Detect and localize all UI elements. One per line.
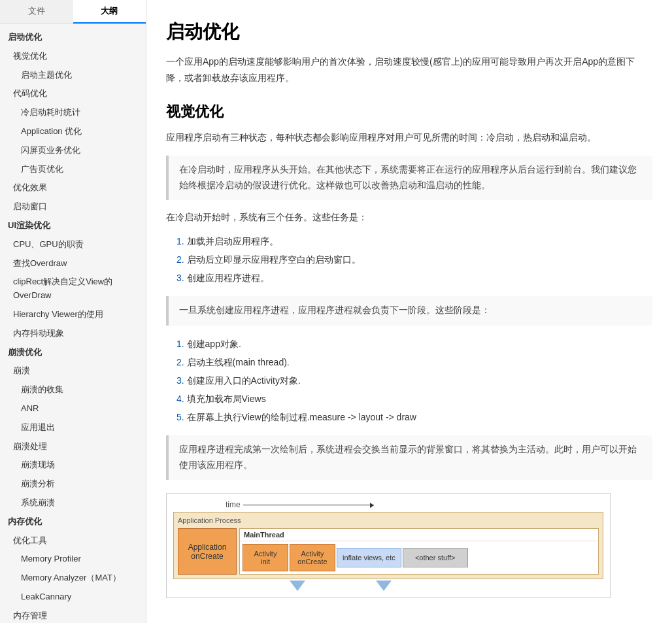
- sidebar-nav-item[interactable]: 视觉优化: [0, 47, 146, 66]
- main-content: 启动优化 一个应用App的启动速度能够影响用户的首次体验，启动速度较慢(感官上)…: [146, 0, 672, 623]
- sidebar-nav-item[interactable]: 崩溃现场: [0, 456, 146, 475]
- sidebar-nav-item[interactable]: 系统崩溃: [0, 494, 146, 513]
- sidebar-nav-item[interactable]: 崩溃处理: [0, 437, 146, 456]
- app-box: Application onCreate: [178, 528, 237, 575]
- sidebar-nav-item[interactable]: 崩溃分析: [0, 475, 146, 494]
- thread-blocks: Activity initActivity onCreateinflate vi…: [240, 541, 598, 574]
- section1-title: 视觉优化: [166, 102, 652, 122]
- tasks-list: 1. 加载并启动应用程序。2. 启动后立即显示应用程序空白的启动窗口。3. 创建…: [176, 232, 652, 287]
- sidebar-nav-item[interactable]: Memory Analyzer（MAT）: [0, 569, 146, 588]
- list-item: 5. 在屏幕上执行View的绘制过程.measure -> layout -> …: [176, 408, 652, 426]
- sidebar-nav-item[interactable]: 代码优化: [0, 84, 146, 103]
- process-box: Application Process Application onCreate…: [173, 512, 603, 579]
- app-box-line2: onCreate: [191, 552, 223, 561]
- tasks-intro: 在冷启动开始时，系统有三个任务。这些任务是：: [166, 209, 652, 226]
- startup-diagram: time Application Process Application onC…: [166, 493, 611, 598]
- sidebar: 文件 大纲 启动优化视觉优化启动主题优化代码优化冷启动耗时统计Applicati…: [0, 0, 146, 623]
- list-item: 3. 创建应用程序进程。: [176, 269, 652, 287]
- triangle-1: [290, 581, 305, 591]
- sidebar-nav-item[interactable]: 崩溃: [0, 362, 146, 380]
- sidebar-nav-item[interactable]: 崩溃的收集: [0, 380, 146, 399]
- sidebar-nav-item[interactable]: 应用退出: [0, 418, 146, 437]
- blockquote-2: 一旦系统创建应用程序进程，应用程序进程就会负责下一阶段。这些阶段是：: [166, 296, 652, 325]
- tab-outline[interactable]: 大纲: [73, 0, 146, 24]
- triangle-2: [376, 581, 392, 591]
- sidebar-nav-item[interactable]: 内存优化: [0, 513, 146, 531]
- sidebar-nav-item[interactable]: Application 优化: [0, 122, 146, 141]
- sidebar-nav-item[interactable]: 广告页优化: [0, 160, 146, 179]
- sidebar-nav-item[interactable]: 闪屏页业务优化: [0, 141, 146, 160]
- process-label: Application Process: [178, 516, 599, 524]
- list-item: 1. 创建app对象.: [176, 335, 652, 353]
- sidebar-nav-item[interactable]: LeakCannary: [0, 588, 146, 607]
- thread-block: Activity onCreate: [290, 544, 335, 571]
- sidebar-nav-item[interactable]: 优化工具: [0, 531, 146, 550]
- sidebar-nav-item[interactable]: 内存抖动现象: [0, 324, 146, 343]
- list-item: 1. 加载并启动应用程序。: [176, 232, 652, 250]
- bottom-triangles: [235, 579, 603, 591]
- tab-file[interactable]: 文件: [0, 0, 73, 24]
- intro-text: 一个应用App的启动速度能够影响用户的首次体验，启动速度较慢(感官上)的应用可能…: [166, 54, 652, 86]
- main-thread-label: MainThread: [240, 529, 598, 541]
- sidebar-nav-item[interactable]: Hierarchy Viewer的使用: [0, 305, 146, 324]
- sidebar-nav-item[interactable]: CPU、GPU的职责: [0, 235, 146, 254]
- thread-block: inflate views, etc: [337, 548, 401, 567]
- sidebar-nav-item[interactable]: ANR: [0, 399, 146, 418]
- list-item: 2. 启动主线程(main thread).: [176, 353, 652, 371]
- sidebar-nav-item[interactable]: UI渲染优化: [0, 216, 146, 235]
- sidebar-nav-item[interactable]: 内存管理: [0, 607, 146, 623]
- app-box-line1: Application: [188, 543, 227, 552]
- sidebar-nav-item[interactable]: clipRect解决自定义View的OverDraw: [0, 273, 146, 305]
- sidebar-nav-item[interactable]: Memory Profiler: [0, 550, 146, 569]
- list-item: 2. 启动后立即显示应用程序空白的启动窗口。: [176, 250, 652, 269]
- sidebar-nav-item[interactable]: 启动主题优化: [0, 66, 146, 85]
- main-thread-section: MainThread Activity initActivity onCreat…: [239, 528, 599, 575]
- list-item: 4. 填充加载布局Views: [176, 390, 652, 408]
- sidebar-tabs: 文件 大纲: [0, 0, 146, 24]
- time-label: time: [226, 500, 603, 509]
- sidebar-nav-item[interactable]: 冷启动耗时统计: [0, 103, 146, 122]
- section1-text: 应用程序启动有三种状态，每种状态都会影响应用程序对用户可见所需的时间：冷启动，热…: [166, 129, 652, 146]
- time-arrow: [243, 505, 374, 505]
- sidebar-nav-item[interactable]: 启动优化: [0, 28, 146, 47]
- sidebar-nav-item[interactable]: 崩溃优化: [0, 343, 146, 362]
- sidebar-nav-item[interactable]: 启动窗口: [0, 197, 146, 216]
- phases-list: 1. 创建app对象.2. 启动主线程(main thread).3. 创建应用…: [176, 335, 652, 426]
- thread-block: <other stuff>: [403, 548, 468, 567]
- diagram-inner: Application onCreate MainThread Activity…: [178, 528, 599, 575]
- thread-block: Activity init: [243, 544, 288, 571]
- blockquote-1: 在冷启动时，应用程序从头开始。在其他状态下，系统需要将正在运行的应用程序从后台运…: [166, 156, 652, 201]
- sidebar-nav-item[interactable]: 查找Overdraw: [0, 254, 146, 273]
- sidebar-nav-item[interactable]: 优化效果: [0, 178, 146, 197]
- sidebar-nav: 启动优化视觉优化启动主题优化代码优化冷启动耗时统计Application 优化闪…: [0, 24, 146, 623]
- list-item: 3. 创建应用入口的Activity对象.: [176, 371, 652, 390]
- blockquote-3: 应用程序进程完成第一次绘制后，系统进程会交换当前显示的背景窗口，将其替换为主活动…: [166, 435, 652, 480]
- page-title: 启动优化: [166, 20, 652, 44]
